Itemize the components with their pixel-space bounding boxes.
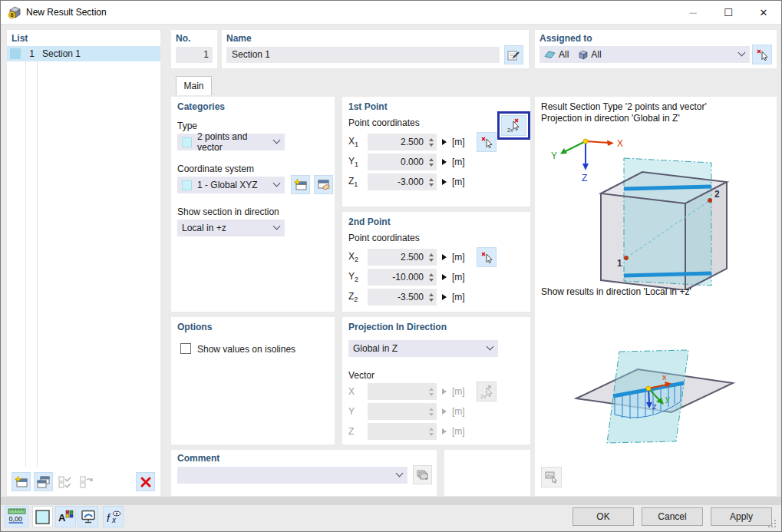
direction-value: Local in +z	[182, 223, 226, 233]
preview-display-settings-button-disabled	[541, 467, 562, 487]
select-all-button-disabled	[55, 472, 74, 491]
solids-icon	[578, 50, 588, 60]
minimize-button[interactable]: ─	[675, 1, 711, 25]
units-settings-button[interactable]: 0,00	[5, 506, 28, 527]
type-dropdown[interactable]: 2 points and vector	[177, 134, 285, 150]
vector-z-label: Z	[348, 426, 368, 437]
vector-y-spinner-disabled	[427, 408, 437, 416]
z1-label: Z1	[348, 176, 368, 188]
y2-label: Y2	[348, 271, 368, 283]
vector-z-input-disabled	[368, 423, 437, 440]
chevron-down-icon	[273, 180, 281, 187]
point-2-label: 2	[714, 189, 720, 200]
coordinate-system-label: Coordinate system	[177, 164, 254, 174]
show-section-direction-label: Show section in direction	[177, 207, 279, 217]
x1-input[interactable]: 2.500	[368, 134, 437, 150]
x2-label: X2	[348, 251, 368, 263]
delete-x-icon	[140, 476, 152, 488]
close-button[interactable]: ✕	[746, 1, 781, 25]
maximize-button[interactable]: ☐	[711, 1, 746, 25]
y2-spinner[interactable]	[427, 273, 437, 282]
axis-x-label: X	[617, 138, 623, 149]
check-all-icon	[58, 476, 71, 488]
new-coordinate-system-button[interactable]	[291, 175, 310, 194]
second-point-group: 2nd Point Point coordinates X2 2.500 [m]…	[342, 212, 530, 312]
preview-caption-line2: Projection in direction 'Global in Z'	[541, 113, 680, 124]
expand-arrow-icon[interactable]	[442, 254, 447, 260]
vector-x-input-disabled	[368, 383, 437, 400]
z1-input[interactable]: -3.000	[368, 173, 437, 190]
z1-spinner[interactable]	[427, 178, 437, 187]
z2-input[interactable]: -3.500	[368, 289, 437, 306]
name-input[interactable]: Section 1	[226, 47, 500, 63]
vector-x-unit: [m]	[452, 386, 465, 397]
second-point-pick-button[interactable]	[477, 247, 497, 267]
z2-spinner[interactable]	[427, 293, 437, 302]
rendering-button[interactable]	[78, 506, 98, 527]
cancel-button[interactable]: Cancel	[642, 507, 703, 526]
expand-arrow-icon[interactable]	[442, 294, 447, 300]
expand-arrow-icon[interactable]	[442, 179, 447, 185]
y1-label: Y1	[348, 156, 368, 168]
apply-button[interactable]: Apply	[711, 507, 772, 526]
projection-dropdown[interactable]: Global in Z	[348, 340, 498, 357]
pick-two-points-button[interactable]: 2x	[501, 115, 526, 136]
resize-grip[interactable]	[767, 519, 777, 528]
assigned-to-dropdown[interactable]: All All	[539, 46, 750, 63]
edit-name-button[interactable]	[504, 45, 523, 64]
section-color-button[interactable]	[32, 506, 53, 527]
chevron-down-icon	[273, 137, 281, 144]
x1-spinner[interactable]	[427, 138, 437, 147]
tab-main[interactable]: Main	[176, 76, 212, 95]
x2-unit: [m]	[452, 252, 465, 263]
edit-pencil-icon	[507, 48, 520, 61]
new-section-button[interactable]	[12, 472, 31, 491]
ok-button[interactable]: OK	[572, 507, 634, 526]
y1-spinner[interactable]	[427, 158, 437, 167]
assigned-to-label: Assigned to	[539, 33, 592, 44]
copy-section-button[interactable]	[34, 472, 53, 491]
assigned-to-pick-button[interactable]	[752, 45, 772, 64]
comment-dropdown[interactable]	[177, 467, 407, 484]
list-item-section-1[interactable]: 1 Section 1	[7, 46, 160, 61]
expand-arrow-icon	[442, 408, 447, 415]
projection-group: Projection In Direction Global in Z Vect…	[342, 317, 530, 444]
edit-coordinate-system-button[interactable]	[314, 175, 333, 194]
edit-window-hand-icon	[317, 179, 331, 191]
first-point-pick-button[interactable]	[477, 132, 497, 152]
categories-header: Categories	[177, 101, 225, 112]
expand-arrow-icon[interactable]	[442, 274, 447, 280]
y2-input[interactable]: -10.000	[368, 269, 437, 286]
projection-header: Projection In Direction	[348, 322, 447, 332]
delete-section-button[interactable]	[136, 472, 155, 491]
assigned-surfaces-value: All	[559, 49, 569, 60]
chevron-down-icon	[487, 343, 494, 351]
axis-z-label: Z	[582, 173, 587, 183]
no-label: No.	[176, 33, 190, 44]
assigned-solids-value: All	[591, 49, 601, 60]
formula-visibility-button[interactable]: f x	[103, 506, 124, 527]
footer-divider	[1, 497, 781, 505]
chevron-down-icon	[273, 223, 281, 230]
new-window-star-icon	[15, 476, 28, 488]
svg-text:2x: 2x	[480, 393, 487, 398]
expand-arrow-icon[interactable]	[442, 159, 447, 165]
show-section-direction-dropdown[interactable]: Local in +z	[177, 220, 285, 236]
y1-input[interactable]: 0.000	[368, 154, 437, 170]
list-panel: List 1 Section 1	[7, 30, 160, 496]
display-properties-button[interactable]: A	[55, 506, 76, 527]
second-point-header: 2nd Point	[348, 216, 391, 227]
check-invert-icon	[80, 476, 93, 488]
preview-caption-line1: Result Section Type '2 points and vector…	[541, 101, 707, 112]
vector-x-spinner-disabled	[427, 388, 437, 396]
vector-z-spinner-disabled	[427, 428, 437, 436]
coordinate-system-value: 1 - Global XYZ	[197, 180, 258, 190]
show-values-on-isolines-checkbox[interactable]	[180, 343, 191, 354]
expand-arrow-icon	[442, 388, 447, 395]
expand-arrow-icon[interactable]	[442, 139, 447, 145]
x2-input[interactable]: 2.500	[368, 249, 437, 266]
comment-templates-button[interactable]	[413, 465, 432, 484]
x2-spinner[interactable]	[427, 253, 437, 262]
coordinate-system-dropdown[interactable]: 1 - Global XYZ	[177, 177, 285, 193]
pick-cursor-icon	[480, 136, 493, 149]
